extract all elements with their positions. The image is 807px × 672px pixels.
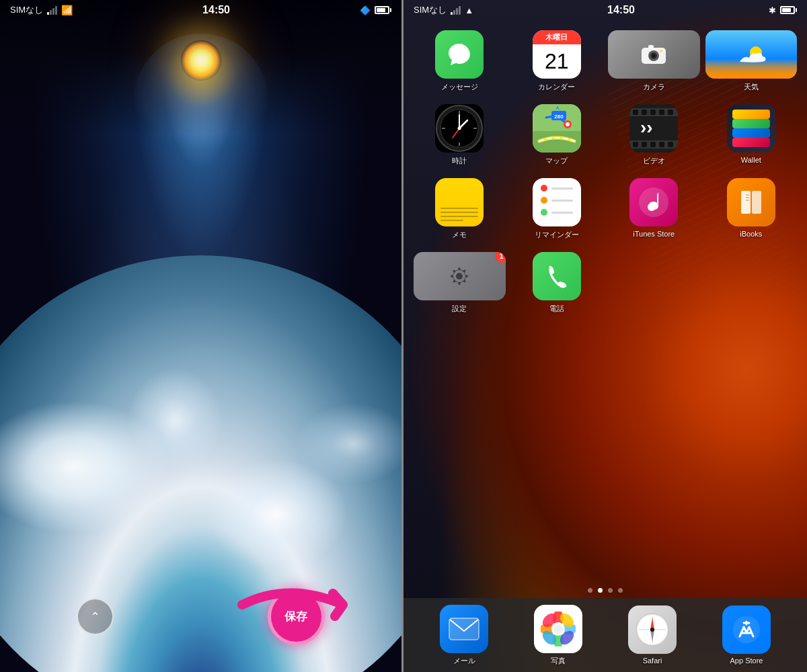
maps-label: マップ xyxy=(545,156,568,166)
maps-inner: 280 A xyxy=(533,104,581,153)
svg-rect-30 xyxy=(668,110,673,115)
app-reminders[interactable]: リマインダー xyxy=(511,178,603,240)
svg-rect-34 xyxy=(650,142,656,147)
r-battery-tip xyxy=(796,8,797,12)
svg-point-55 xyxy=(553,624,563,634)
svg-rect-36 xyxy=(668,142,673,147)
weather-svg xyxy=(734,43,768,67)
left-battery xyxy=(375,6,391,14)
svg-point-20 xyxy=(566,122,570,126)
wallet-label: Wallet xyxy=(741,156,761,164)
dot-3 xyxy=(618,588,623,593)
left-status-left: SIMなし 📶 xyxy=(10,4,73,16)
app-itunes[interactable]: iTunes Store xyxy=(608,178,700,240)
svg-rect-27 xyxy=(642,110,647,115)
phone-svg xyxy=(543,263,570,290)
dock-appstore[interactable]: App Store xyxy=(722,605,771,665)
svg-point-3 xyxy=(652,54,655,57)
r-battery-fill xyxy=(782,8,791,12)
svg-rect-40 xyxy=(741,191,751,214)
messages-icon xyxy=(435,30,484,79)
app-wallet[interactable]: Wallet xyxy=(705,104,798,166)
itunes-label: iTunes Store xyxy=(633,230,675,238)
phone-icon xyxy=(533,252,581,300)
photos-svg xyxy=(541,612,576,646)
camera-icon xyxy=(608,30,700,79)
app-ibooks[interactable]: iBooks xyxy=(705,178,798,240)
notes-label: メモ xyxy=(452,230,467,240)
left-carrier: SIMなし xyxy=(10,4,43,16)
r-bar4 xyxy=(459,6,461,15)
svg-text:280: 280 xyxy=(554,114,564,120)
reminder-line-2 xyxy=(551,200,573,202)
r-bar2 xyxy=(453,10,455,15)
r-bar1 xyxy=(451,12,453,15)
notes-inner xyxy=(435,178,484,226)
dock-safari[interactable]: Safari xyxy=(628,605,677,665)
page-dots xyxy=(404,588,807,593)
space-overlay xyxy=(0,0,401,134)
clock-icon xyxy=(435,104,484,153)
left-time: 14:50 xyxy=(202,4,230,16)
note-line-2 xyxy=(440,212,478,213)
videos-inner: ›› xyxy=(629,104,678,153)
svg-text:››: ›› xyxy=(640,117,653,138)
svg-rect-35 xyxy=(659,142,664,147)
r-bar3 xyxy=(456,8,458,15)
notes-icon xyxy=(435,178,484,226)
camera-svg xyxy=(639,40,668,69)
app-videos[interactable]: ›› ビデオ xyxy=(608,104,700,166)
dock-photos[interactable]: 写真 xyxy=(534,605,582,666)
clock-label: 時計 xyxy=(452,156,467,166)
safari-icon xyxy=(628,605,677,654)
app-weather[interactable]: 天気 xyxy=(705,30,798,92)
cal-day-number: 21 xyxy=(533,44,581,79)
reminder-row-2 xyxy=(541,197,573,204)
dock: メール 写真 xyxy=(404,598,807,672)
app-phone[interactable]: 電話 xyxy=(511,252,603,314)
camera-label: カメラ xyxy=(643,82,665,92)
app-notes[interactable]: メモ xyxy=(414,178,506,240)
videos-icon: ›› xyxy=(629,104,678,153)
safari-svg xyxy=(635,612,670,647)
note-line-4 xyxy=(440,220,463,221)
svg-point-62 xyxy=(650,628,654,632)
app-messages[interactable]: メッセージ xyxy=(414,30,506,92)
photos-label: 写真 xyxy=(551,656,566,666)
pink-arrow xyxy=(235,568,383,635)
app-settings[interactable]: 1 設定 xyxy=(414,252,506,314)
svg-point-16 xyxy=(458,127,461,130)
right-panel-homescreen: SIMなし ▲ 14:50 ✱ xyxy=(404,0,807,672)
bar1 xyxy=(47,12,49,15)
videos-label: ビデオ xyxy=(643,156,665,166)
wallet-card-3 xyxy=(732,128,770,138)
ibooks-icon xyxy=(727,178,775,226)
bar4 xyxy=(55,6,57,15)
app-clock[interactable]: 時計 xyxy=(414,104,506,166)
battery-tip xyxy=(390,8,391,12)
app-maps[interactable]: 280 A マップ xyxy=(511,104,603,166)
signal-bars xyxy=(47,6,57,15)
mail-icon xyxy=(440,605,488,653)
svg-text:A: A xyxy=(555,106,559,110)
battery-body xyxy=(375,6,389,14)
wallet-card-2 xyxy=(732,119,770,128)
dot-2 xyxy=(608,588,613,593)
dock-mail[interactable]: メール xyxy=(440,605,488,666)
appstore-svg xyxy=(730,614,763,646)
svg-rect-4 xyxy=(648,45,654,48)
reminder-dot-2 xyxy=(541,197,547,204)
reminder-dot-1 xyxy=(541,185,547,192)
scroll-button[interactable]: ⌃ xyxy=(77,598,114,635)
calendar-label: カレンダー xyxy=(538,82,575,92)
svg-rect-41 xyxy=(752,191,761,214)
reminders-icon xyxy=(533,178,581,226)
svg-rect-29 xyxy=(659,110,664,115)
app-camera[interactable]: カメラ xyxy=(608,30,700,92)
messages-label: メッセージ xyxy=(441,82,478,92)
app-calendar[interactable]: 木曜日 21 カレンダー xyxy=(511,30,603,92)
right-status-left: SIMなし ▲ xyxy=(414,4,473,16)
itunes-svg xyxy=(638,187,669,218)
bar2 xyxy=(50,10,52,15)
itunes-icon xyxy=(629,178,678,226)
